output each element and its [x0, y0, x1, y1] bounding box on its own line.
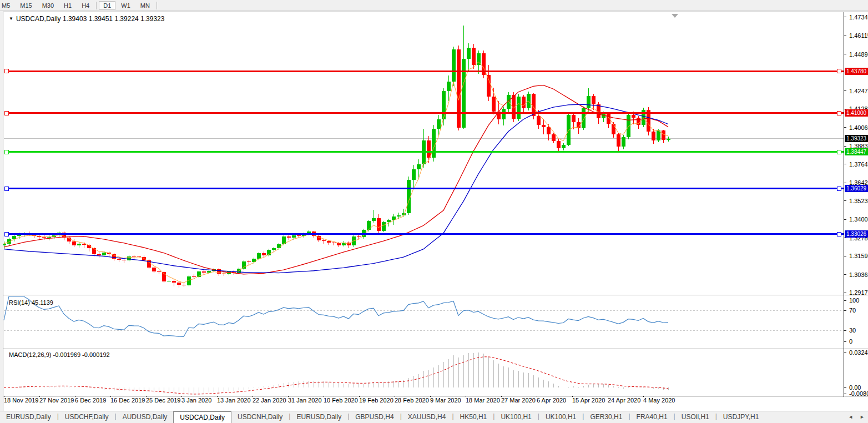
- macd-axis-tick: -0.008086: [849, 390, 868, 397]
- date-axis-label: 25 Dec 2019: [146, 397, 180, 404]
- date-axis-label: 27 Nov 2019: [39, 397, 74, 404]
- date-axis-label: 15 Apr 2020: [572, 397, 605, 404]
- price-badge: 1.43780: [845, 68, 868, 75]
- timeframe-button-h1[interactable]: H1: [59, 1, 76, 10]
- price-badge: 1.41000: [845, 109, 868, 117]
- tab-hk50-h1[interactable]: HK50,H1: [454, 411, 493, 423]
- date-axis: 18 Nov 201927 Nov 20196 Dec 201916 Dec 2…: [3, 397, 868, 410]
- price-axis-tick: 1.30365: [849, 271, 868, 278]
- tab-xauusd-h4[interactable]: XAUUSD,H4: [402, 411, 452, 423]
- timeframe-button-m5[interactable]: M5: [0, 1, 14, 10]
- date-axis-label: 18 Nov 2019: [4, 397, 38, 404]
- date-axis-label: 22 Jan 2020: [253, 397, 286, 404]
- price-axis-tick: 1.47340: [849, 14, 868, 21]
- date-axis-label: 27 Mar 2020: [501, 397, 536, 404]
- tab-usoil-h1[interactable]: USOil,H1: [675, 411, 715, 423]
- date-axis-label: 18 Mar 2020: [466, 397, 500, 404]
- price-axis-tick: 1.40060: [849, 124, 868, 131]
- rsi-axis-tick: 30: [849, 327, 856, 334]
- date-axis-label: 24 Apr 2020: [608, 397, 640, 404]
- timeframe-button-m30[interactable]: M30: [38, 1, 58, 10]
- tab-eurusd-daily[interactable]: EURUSD,Daily: [0, 411, 57, 423]
- price-badge: 1.36029: [845, 185, 868, 192]
- tab-uk100-h1[interactable]: UK100,H1: [539, 411, 582, 423]
- tab-uk100-h1[interactable]: UK100,H1: [494, 411, 537, 423]
- price-axis-tick: 1.37645: [849, 161, 868, 168]
- tab-scroll-left-icon[interactable]: ◄: [845, 411, 856, 423]
- chart-title-text: USDCAD,Daily 1.39403 1.39451 1.39224 1.3…: [16, 15, 165, 23]
- macd-axis-tick: 0.032493: [849, 349, 868, 356]
- date-axis-label: 19 Feb 2020: [359, 397, 393, 404]
- price-axis-tick: 1.42475: [849, 88, 868, 94]
- date-axis-label: 6 Dec 2019: [75, 397, 106, 404]
- macd-indicator-label: MACD(12,26,9) -0.001969 -0.000192: [9, 351, 110, 358]
- chart-tab-bar: EURUSD,Daily|USDCHF,Daily|AUDUSD,DailyUS…: [0, 411, 868, 423]
- tab-audusd-daily[interactable]: AUDUSD,Daily: [117, 411, 174, 423]
- timeframe-button-m15[interactable]: M15: [16, 1, 36, 10]
- date-axis-label: 13 Jan 2020: [217, 397, 251, 404]
- tab-scroll-right-icon[interactable]: ►: [856, 411, 868, 423]
- date-axis-label: 6 Apr 2020: [537, 397, 566, 404]
- date-axis-label: 3 Jan 2020: [181, 397, 211, 404]
- tab-ger30-h1[interactable]: GER30,H1: [584, 411, 628, 423]
- price-axis-tick: 1.29175: [849, 289, 868, 296]
- chart-shift-marker[interactable]: [672, 14, 678, 18]
- toolbar-separator: [96, 2, 97, 9]
- date-axis-label: 9 Mar 2020: [430, 397, 461, 404]
- tab-usdchf-daily[interactable]: USDCHF,Daily: [59, 411, 115, 423]
- timeframe-button-mn[interactable]: MN: [136, 1, 154, 10]
- timeframe-button-d1[interactable]: D1: [99, 1, 115, 10]
- date-axis-label: 28 Feb 2020: [395, 397, 429, 404]
- price-axis-tick: 1.44890: [849, 51, 868, 58]
- price-badge: 1.38447: [845, 148, 868, 155]
- date-axis-label: 4 May 2020: [643, 397, 675, 404]
- date-axis-label: 10 Feb 2020: [324, 397, 358, 404]
- date-axis-label: 31 Jan 2020: [288, 397, 322, 404]
- symbol-dropdown-icon[interactable]: ▼: [9, 16, 13, 21]
- price-axis-tick: 1.46115: [849, 32, 868, 39]
- trading-app: M5M15M30H1H4D1W1MN ▼USDCAD,Daily 1.39403…: [0, 0, 868, 423]
- timeframe-button-w1[interactable]: W1: [117, 1, 135, 10]
- tab-eurusd-daily[interactable]: EURUSD,Daily: [290, 411, 347, 423]
- timeframe-toolbar: M5M15M30H1H4D1W1MN: [0, 0, 868, 11]
- chart-window: ▼USDCAD,Daily 1.39403 1.39451 1.39224 1.…: [3, 12, 868, 411]
- tab-gbpusd-h4[interactable]: GBPUSD,H4: [349, 411, 400, 423]
- price-badge: 1.39323: [845, 135, 868, 142]
- price-axis-tick: 1.34005: [849, 216, 868, 223]
- price-axis-tick: 1.35230: [849, 198, 868, 204]
- chart-canvas[interactable]: [3, 12, 868, 411]
- rsi-indicator-label: RSI(14) 45.1139: [9, 299, 53, 306]
- rsi-axis-tick: 70: [849, 307, 856, 314]
- date-axis-label: 16 Dec 2019: [110, 397, 145, 404]
- tab-usdjpy-h1[interactable]: USDJPY,H1: [717, 411, 765, 423]
- rsi-axis-tick: 100: [849, 297, 859, 304]
- chart-title: ▼USDCAD,Daily 1.39403 1.39451 1.39224 1.…: [9, 15, 164, 23]
- price-badge: 1.33026: [845, 230, 868, 238]
- price-axis-tick: 1.31590: [849, 253, 868, 259]
- timeframe-button-h4[interactable]: H4: [77, 1, 94, 10]
- toolbar-separator: [157, 2, 157, 9]
- rsi-axis-tick: 0: [849, 338, 852, 345]
- tab-usdcnh-daily[interactable]: USDCNH,Daily: [231, 411, 289, 423]
- tab-fra40-h1[interactable]: FRA40,H1: [630, 411, 674, 423]
- tab-usdcad-daily[interactable]: USDCAD,Daily: [173, 411, 231, 423]
